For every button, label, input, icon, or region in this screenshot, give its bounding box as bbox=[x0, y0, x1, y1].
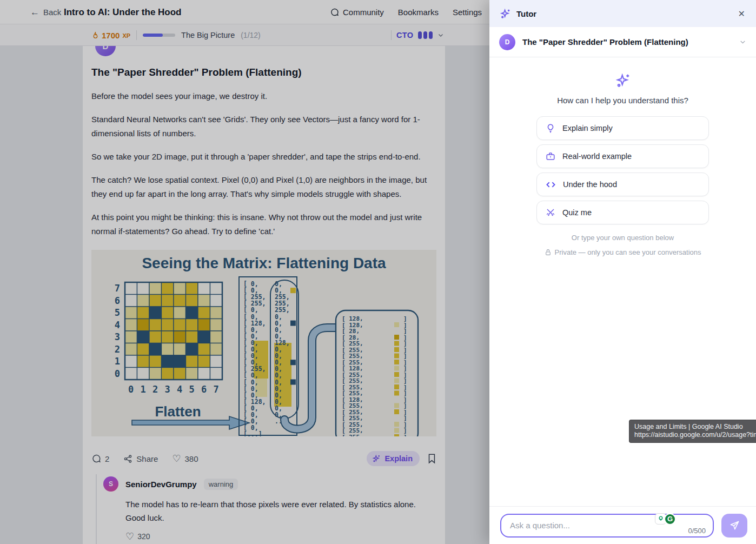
lock-icon bbox=[545, 249, 552, 256]
suggestion-label: Explain simply bbox=[562, 124, 613, 132]
modal-dim-overlay[interactable] bbox=[0, 0, 489, 544]
tooltip-url: https://aistudio.google.com/u/2/usage?ti… bbox=[634, 431, 752, 439]
question-input[interactable]: Ask a question... G 0/500 bbox=[500, 514, 714, 538]
suggestion-label: Quiz me bbox=[562, 208, 592, 217]
sparkles-icon bbox=[615, 72, 631, 89]
grammarly-badges: G bbox=[655, 513, 676, 525]
tutor-lesson-selector[interactable]: D The "Paper Shredder" Problem (Flatteni… bbox=[489, 27, 756, 57]
suggestion-label: Real-world example bbox=[562, 152, 632, 161]
swords-icon bbox=[546, 208, 555, 217]
briefcase-icon bbox=[546, 151, 555, 161]
chevron-down-icon bbox=[739, 38, 746, 45]
grammarly-icon[interactable]: G bbox=[664, 513, 676, 525]
lightbulb-icon bbox=[546, 123, 555, 133]
send-button[interactable] bbox=[721, 514, 747, 538]
suggestion-real-world-example[interactable]: Real-world example bbox=[536, 144, 709, 168]
tutor-privacy-note: Private — only you can see your conversa… bbox=[489, 248, 756, 256]
tutor-suggestions-area: How can I help you understand this? Expl… bbox=[489, 72, 756, 256]
tutor-hint: Or type your own question below bbox=[489, 234, 756, 242]
tutor-lesson-title: The "Paper Shredder" Problem (Flattening… bbox=[522, 37, 688, 47]
tooltip-title: Usage and Limits | Google AI Studio bbox=[634, 423, 752, 431]
paper-plane-icon bbox=[730, 520, 740, 530]
code-icon bbox=[546, 180, 556, 189]
lesson-avatar: D bbox=[499, 34, 515, 50]
tutor-panel: Tutor ✕ D The "Paper Shredder" Problem (… bbox=[489, 0, 756, 544]
suggestion-under-the-hood[interactable]: Under the hood bbox=[536, 173, 709, 196]
suggestion-explain-simply[interactable]: Explain simply bbox=[536, 116, 709, 140]
tutor-title: Tutor bbox=[516, 9, 536, 18]
tutor-panel-header: Tutor ✕ bbox=[489, 0, 756, 27]
char-counter: 0/500 bbox=[688, 527, 706, 535]
link-status-tooltip: Usage and Limits | Google AI Studio http… bbox=[629, 420, 756, 443]
sparkles-icon bbox=[500, 8, 511, 19]
tutor-input-area: Ask a question... G 0/500 bbox=[489, 506, 756, 544]
suggestion-quiz-me[interactable]: Quiz me bbox=[536, 201, 709, 224]
suggestion-label: Under the hood bbox=[563, 180, 617, 189]
question-placeholder: Ask a question... bbox=[510, 521, 570, 530]
close-icon[interactable]: ✕ bbox=[738, 9, 745, 19]
tutor-greeting: How can I help you understand this? bbox=[489, 96, 756, 105]
